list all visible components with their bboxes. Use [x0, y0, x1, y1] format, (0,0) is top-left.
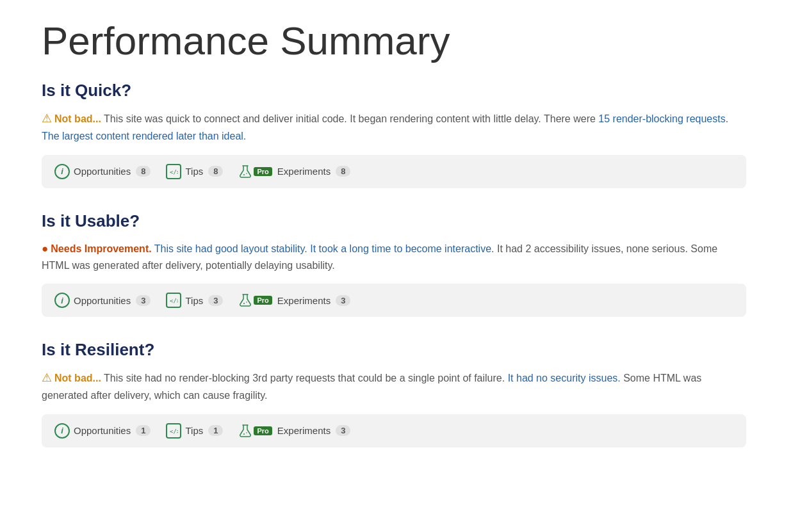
badge-label: Tips [185, 166, 203, 177]
badge-label: Opportunities [74, 295, 131, 306]
badge-label: Opportunities [74, 425, 131, 436]
status-label: Not bad... [54, 113, 101, 124]
svg-point-3 [247, 173, 248, 174]
svg-point-7 [247, 302, 248, 303]
svg-point-6 [243, 303, 245, 304]
badge-item-tips[interactable]: </> Tips 8 [166, 164, 223, 179]
pro-badge: Pro [254, 296, 272, 305]
status-label: Needs Improvement. [51, 243, 151, 254]
section-heading: Is it Usable? [42, 211, 758, 231]
error-icon: ● [42, 243, 48, 255]
page-title: Performance Summary [42, 19, 758, 63]
description-text: This site was quick to connect and deliv… [101, 113, 598, 124]
badge-bar: i Opportunities 3 </> Tips 3 [42, 284, 746, 317]
badge-item-experiments[interactable]: Pro Experiments 3 [238, 293, 350, 307]
badge-count: 3 [136, 295, 151, 306]
description-link: This site had good layout stability. [152, 243, 311, 254]
badge-count: 8 [208, 166, 223, 177]
badge-label: Experiments [277, 166, 331, 177]
svg-text:</>: </> [170, 428, 178, 435]
badge-count: 3 [208, 295, 223, 306]
badge-count: 1 [208, 425, 223, 436]
pro-badge: Pro [254, 426, 272, 435]
experiments-icon: Pro [238, 165, 273, 179]
badge-count: 8 [336, 166, 350, 177]
svg-text:</>: </> [170, 298, 178, 304]
badge-label: Tips [185, 295, 203, 306]
badge-item-tips[interactable]: </> Tips 3 [166, 293, 223, 308]
badge-count: 3 [336, 295, 350, 306]
badge-bar: i Opportunities 1 </> Tips 1 [42, 414, 746, 447]
description-text: This site had no render-blocking 3rd par… [101, 373, 508, 383]
section-resilient: Is it Resilient? ⚠Not bad... This site h… [42, 340, 758, 447]
svg-point-10 [243, 433, 245, 435]
section-description: ●Needs Improvement. This site had good l… [42, 240, 746, 274]
badge-item-opportunities[interactable]: i Opportunities 1 [54, 423, 151, 439]
section-description: ⚠Not bad... This site had no render-bloc… [42, 369, 746, 403]
section-heading: Is it Quick? [42, 81, 758, 101]
badge-label: Opportunities [74, 166, 131, 177]
svg-point-11 [247, 432, 248, 433]
warning-icon: ⚠ [42, 112, 52, 125]
badge-item-opportunities[interactable]: i Opportunities 8 [54, 164, 151, 179]
badge-item-experiments[interactable]: Pro Experiments 8 [238, 165, 350, 179]
section-quick: Is it Quick? ⚠Not bad... This site was q… [42, 81, 758, 188]
description-text: . [726, 113, 728, 124]
status-label: Not bad... [54, 373, 101, 383]
description-link: 15 render-blocking requests [598, 113, 725, 124]
section-heading: Is it Resilient? [42, 340, 758, 360]
experiments-icon: Pro [238, 424, 273, 438]
svg-text:</>: </> [170, 169, 178, 175]
opportunities-icon: i [54, 293, 70, 308]
badge-count: 8 [136, 166, 151, 177]
tips-icon: </> [166, 423, 181, 439]
description-link: It took a long time to become interactiv… [310, 243, 494, 254]
badge-label: Experiments [277, 425, 331, 436]
badge-item-tips[interactable]: </> Tips 1 [166, 423, 223, 439]
description-link: It had no security issues. [508, 373, 621, 383]
badge-label: Tips [185, 425, 203, 436]
description-link: The largest content rendered later than … [42, 131, 246, 141]
experiments-icon: Pro [238, 293, 273, 307]
badge-count: 1 [136, 425, 151, 436]
badge-count: 3 [336, 425, 350, 436]
section-usable: Is it Usable? ●Needs Improvement. This s… [42, 211, 758, 318]
badge-item-experiments[interactable]: Pro Experiments 3 [238, 424, 350, 438]
opportunities-icon: i [54, 164, 70, 179]
tips-icon: </> [166, 164, 181, 179]
pro-badge: Pro [254, 167, 272, 176]
badge-label: Experiments [277, 295, 331, 306]
svg-point-2 [243, 174, 245, 175]
tips-icon: </> [166, 293, 181, 308]
section-description: ⚠Not bad... This site was quick to conne… [42, 109, 746, 144]
opportunities-icon: i [54, 423, 70, 439]
badge-item-opportunities[interactable]: i Opportunities 3 [54, 293, 151, 308]
badge-bar: i Opportunities 8 </> Tips 8 [42, 155, 746, 188]
warning-icon: ⚠ [42, 371, 52, 384]
